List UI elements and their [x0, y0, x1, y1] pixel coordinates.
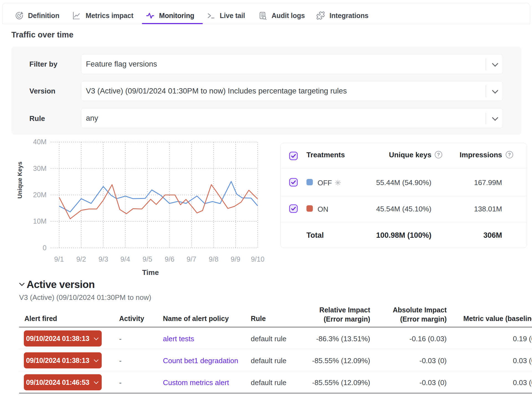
- svg-text:9/6: 9/6: [165, 255, 175, 263]
- svg-text:9/5: 9/5: [143, 255, 152, 263]
- svg-text:9/3: 9/3: [99, 255, 108, 263]
- svg-text:20M: 20M: [33, 191, 47, 199]
- svg-text:9/2: 9/2: [76, 255, 86, 263]
- svg-text:9/8: 9/8: [209, 255, 219, 263]
- svg-text:10M: 10M: [33, 217, 47, 225]
- svg-text:9/4: 9/4: [121, 255, 130, 263]
- svg-text:40M: 40M: [33, 138, 47, 146]
- svg-text:Unique Keys: Unique Keys: [16, 161, 23, 198]
- svg-text:9/10: 9/10: [251, 255, 265, 263]
- svg-text:Time: Time: [142, 268, 159, 277]
- svg-text:0: 0: [43, 244, 47, 252]
- svg-text:9/9: 9/9: [231, 255, 241, 263]
- svg-text:9/7: 9/7: [187, 255, 196, 263]
- svg-text:30M: 30M: [33, 165, 47, 172]
- svg-text:9/1: 9/1: [54, 255, 64, 263]
